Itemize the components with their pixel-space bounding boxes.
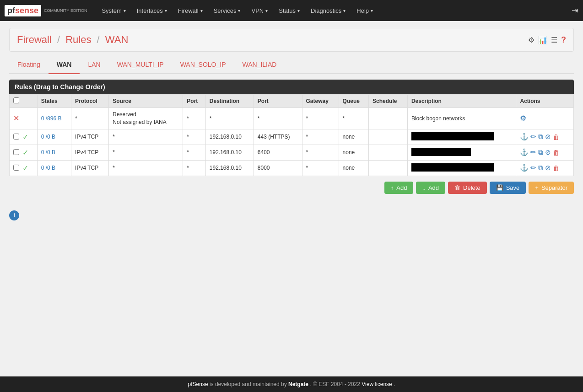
- row0-destination: *: [205, 108, 254, 129]
- rule-disabled-icon: ✕: [13, 114, 19, 122]
- caret-services: ▾: [238, 8, 240, 13]
- row0-gateway: *: [302, 108, 339, 129]
- tab-wan-iliad[interactable]: WAN_ILIAD: [234, 56, 285, 74]
- add-top-arrow: ↑: [391, 184, 394, 191]
- row3-checkbox[interactable]: [13, 165, 19, 171]
- row2-states-link[interactable]: 0 /0 B: [41, 149, 55, 156]
- action-buttons: ↑ Add ↓ Add 🗑 Delete 💾 Save + Separator: [9, 182, 574, 203]
- info-icon[interactable]: i: [9, 210, 19, 220]
- logo-pf: pf: [7, 6, 15, 15]
- row3-port-src: *: [183, 160, 205, 176]
- disable-icon[interactable]: ⊘: [545, 148, 551, 156]
- tab-floating[interactable]: Floating: [9, 56, 49, 74]
- row1-checkbox[interactable]: [13, 134, 19, 140]
- row2-actions: ⚓ ✏ ⧉ ⊘ 🗑: [516, 145, 574, 160]
- copy-icon[interactable]: ⧉: [538, 148, 543, 156]
- col-queue: Queue: [339, 95, 369, 108]
- edit-icon[interactable]: ✏: [530, 148, 536, 156]
- rules-table: States Protocol Source Port Destination …: [9, 94, 574, 176]
- row3-states: 0 /0 B: [37, 160, 71, 176]
- nav-system[interactable]: System ▾: [96, 0, 131, 21]
- delete-icon[interactable]: 🗑: [553, 133, 560, 141]
- row0-actions: ⚙: [516, 108, 574, 129]
- rule-enabled-icon: ✓: [22, 149, 28, 156]
- row2-port-src: *: [183, 145, 205, 160]
- table-row: ✓ 0 /0 B IPv4 TCP * * 192.168.0.10 6400 …: [10, 145, 574, 160]
- anchor-icon[interactable]: ⚓: [520, 133, 529, 141]
- select-all-checkbox[interactable]: [13, 97, 19, 103]
- copy-icon[interactable]: ⧉: [538, 164, 543, 172]
- rule-enabled-icon: ✓: [22, 133, 28, 141]
- tab-wan[interactable]: WAN: [49, 56, 80, 74]
- edit-icon[interactable]: ✏: [530, 164, 536, 172]
- anchor-icon[interactable]: ⚓: [520, 148, 529, 156]
- anchor-icon[interactable]: ⚓: [520, 164, 529, 172]
- nav-help[interactable]: Help ▾: [351, 0, 378, 21]
- separator-button[interactable]: + Separator: [529, 182, 574, 194]
- row1-gateway: *: [302, 129, 339, 145]
- caret-diagnostics: ▾: [343, 8, 345, 13]
- edit-icon[interactable]: ✏: [530, 133, 536, 141]
- delete-icon[interactable]: 🗑: [553, 164, 560, 172]
- row3-actions: ⚓ ✏ ⧉ ⊘ 🗑: [516, 160, 574, 176]
- row1-actions: ⚓ ✏ ⧉ ⊘ 🗑: [516, 129, 574, 145]
- row2-schedule: [369, 145, 408, 160]
- row1-states: 0 /0 B: [37, 129, 71, 145]
- row2-states: 0 /0 B: [37, 145, 71, 160]
- nav-status[interactable]: Status ▾: [273, 0, 305, 21]
- row0-states-link[interactable]: 0 /896 B: [41, 115, 62, 122]
- logo: pfsense: [5, 5, 41, 16]
- gear-icon[interactable]: ⚙: [520, 114, 526, 122]
- nav-interfaces[interactable]: Interfaces ▾: [131, 0, 173, 21]
- col-source: Source: [109, 95, 183, 108]
- table-header-row: States Protocol Source Port Destination …: [10, 95, 574, 108]
- row2-description: [407, 145, 516, 160]
- tab-wan-multi-ip[interactable]: WAN_MULTI_IP: [109, 56, 172, 74]
- list-icon[interactable]: ☰: [551, 36, 557, 44]
- edition-text: COMMUNITY EDITION: [44, 8, 87, 13]
- rule-enabled-icon: ✓: [22, 164, 28, 172]
- disable-icon[interactable]: ⊘: [545, 133, 551, 141]
- tab-lan[interactable]: LAN: [80, 56, 108, 74]
- row2-checkbox[interactable]: [13, 149, 19, 155]
- row1-checkbox-cell: ✓: [10, 129, 38, 145]
- help-icon[interactable]: ?: [561, 35, 566, 45]
- breadcrumb-sep2: /: [97, 34, 100, 45]
- row0-checkbox-cell: ✕: [10, 108, 38, 129]
- add-top-button[interactable]: ↑ Add: [384, 182, 414, 194]
- delete-trash-icon: 🗑: [454, 184, 460, 191]
- col-description: Description: [407, 95, 516, 108]
- add-bottom-button[interactable]: ↓ Add: [416, 182, 445, 194]
- row2-checkbox-cell: ✓: [10, 145, 38, 160]
- row1-queue: none: [339, 129, 369, 145]
- nav-diagnostics[interactable]: Diagnostics ▾: [305, 0, 351, 21]
- row0-description: Block bogon networks: [407, 108, 516, 129]
- filter-icon[interactable]: ⚙: [528, 36, 534, 44]
- caret-status: ▾: [297, 8, 300, 13]
- delete-button[interactable]: 🗑 Delete: [448, 182, 487, 194]
- nav-firewall[interactable]: Firewall ▾: [173, 0, 208, 21]
- chart-icon[interactable]: 📊: [538, 36, 547, 44]
- row1-port-dst: 443 (HTTPS): [254, 129, 302, 145]
- disable-icon[interactable]: ⊘: [545, 164, 551, 172]
- nav-vpn[interactable]: VPN ▾: [246, 0, 273, 21]
- table-row: ✓ 0 /0 B IPv4 TCP * * 192.168.0.10 443 (…: [10, 129, 574, 145]
- copy-icon[interactable]: ⧉: [538, 133, 543, 141]
- row2-desc-block: [411, 148, 471, 156]
- breadcrumb-text: Firewall / Rules / WAN: [17, 34, 128, 46]
- row0-source-text: Reserved Not assigned by IANA: [113, 111, 179, 126]
- row3-protocol: IPv4 TCP: [71, 160, 109, 176]
- row3-states-link[interactable]: 0 /0 B: [41, 165, 55, 171]
- tab-wan-solo-ip[interactable]: WAN_SOLO_IP: [172, 56, 234, 74]
- breadcrumb-rules[interactable]: Rules: [65, 34, 91, 45]
- delete-icon[interactable]: 🗑: [553, 149, 560, 156]
- row1-states-link[interactable]: 0 /0 B: [41, 134, 55, 140]
- row1-action-icons: ⚓ ✏ ⧉ ⊘ 🗑: [520, 133, 570, 141]
- breadcrumb-firewall[interactable]: Firewall: [17, 34, 52, 45]
- save-button[interactable]: 💾 Save: [490, 182, 526, 194]
- row2-port-dst: 6400: [254, 145, 302, 160]
- caret-vpn: ▾: [265, 8, 268, 13]
- nav-services[interactable]: Services ▾: [208, 0, 246, 21]
- logout-icon[interactable]: ⇥: [572, 5, 578, 16]
- edition-label: COMMUNITY EDITION: [44, 8, 87, 13]
